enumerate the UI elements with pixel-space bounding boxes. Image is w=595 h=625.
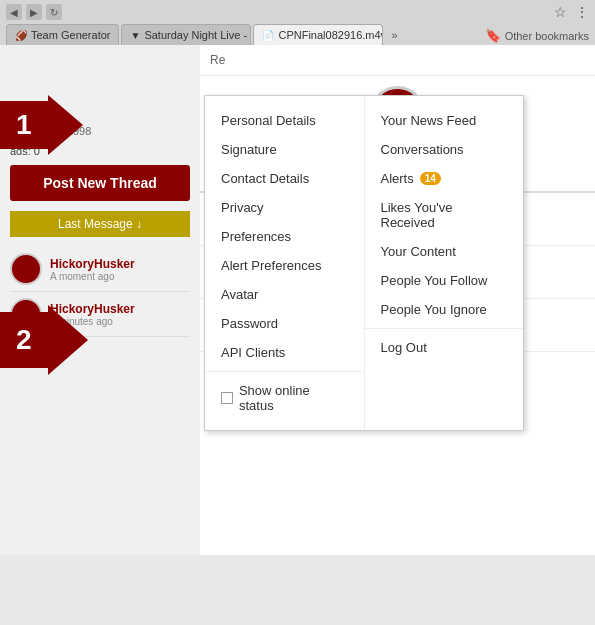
arrow-1-point xyxy=(48,95,83,155)
menu-item-conversations-label: Conversations xyxy=(381,142,464,157)
user-time-1: A moment ago xyxy=(50,271,135,282)
tab-label-3: CPNFinal082916.m4v xyxy=(278,29,383,41)
arrow-2-label: 2 xyxy=(0,312,48,368)
menu-item-password[interactable]: Password xyxy=(205,309,364,338)
menu-item-news-feed[interactable]: Your News Feed xyxy=(365,106,524,135)
show-online-label: Show online status xyxy=(239,383,348,413)
menu-item-signature-label: Signature xyxy=(221,142,277,157)
tab-cpn[interactable]: 📄 CPNFinal082916.m4v xyxy=(253,24,383,45)
menu-item-avatar[interactable]: Avatar xyxy=(205,280,364,309)
tab-saturday-night[interactable]: ▼ Saturday Night Live - xyxy=(121,24,251,45)
menu-item-people-follow-label: People You Follow xyxy=(381,273,488,288)
alerts-badge: 14 xyxy=(420,172,441,185)
browser-refresh-btn[interactable]: ↻ xyxy=(46,4,62,20)
menu-item-alerts-label: Alerts xyxy=(381,171,414,186)
browser-tabs: 🏈 Team Generator ▼ Saturday Night Live -… xyxy=(6,24,589,45)
tab-more-btn[interactable]: » xyxy=(385,25,403,45)
user-name-1[interactable]: HickoryHusker xyxy=(50,257,135,271)
annotation-arrow-1: 1 xyxy=(0,95,83,155)
menu-item-contact-details-label: Contact Details xyxy=(221,171,309,186)
re-header: Re xyxy=(200,45,595,76)
menu-item-show-online[interactable]: Show online status xyxy=(205,376,364,420)
menu-item-personal-details-label: Personal Details xyxy=(221,113,316,128)
menu-item-privacy-label: Privacy xyxy=(221,200,264,215)
menu-item-personal-details[interactable]: Personal Details xyxy=(205,106,364,135)
tab-icon-2: ▼ xyxy=(130,30,140,41)
menu-item-signature[interactable]: Signature xyxy=(205,135,364,164)
user-dropdown-menu: Personal Details Signature Contact Detai… xyxy=(204,95,524,431)
annotation-arrow-2: 2 xyxy=(0,305,88,375)
menu-item-news-feed-label: Your News Feed xyxy=(381,113,477,128)
page-background: 1 HickoryHusker ✉ 💬 14 Personal xyxy=(0,45,595,555)
browser-menu-btn[interactable]: ⋮ xyxy=(575,4,589,20)
menu-item-alert-preferences[interactable]: Alert Preferences xyxy=(205,251,364,280)
menu-item-your-content-label: Your Content xyxy=(381,244,456,259)
menu-item-logout[interactable]: Log Out xyxy=(365,333,524,362)
browser-toolbar: ◀ ▶ ↻ ☆ ⋮ xyxy=(6,4,589,20)
menu-item-api-clients-label: API Clients xyxy=(221,345,285,360)
menu-item-conversations[interactable]: Conversations xyxy=(365,135,524,164)
menu-item-likes-received[interactable]: Likes You've Received xyxy=(365,193,524,237)
user-entry-1: HickoryHusker A moment ago xyxy=(10,247,190,292)
menu-item-your-content[interactable]: Your Content xyxy=(365,237,524,266)
browser-chrome: ◀ ▶ ↻ ☆ ⋮ 🏈 Team Generator ▼ Saturday Ni… xyxy=(0,0,595,45)
menu-item-people-ignore-label: People You Ignore xyxy=(381,302,487,317)
logout-label: Log Out xyxy=(381,340,427,355)
tab-label-2: Saturday Night Live - xyxy=(144,29,247,41)
menu-item-alerts[interactable]: Alerts 14 xyxy=(365,164,524,193)
browser-forward-btn[interactable]: ▶ xyxy=(26,4,42,20)
menu-item-api-clients[interactable]: API Clients xyxy=(205,338,364,367)
menu-item-password-label: Password xyxy=(221,316,278,331)
menu-item-avatar-label: Avatar xyxy=(221,287,258,302)
post-new-thread-button[interactable]: Post New Thread xyxy=(10,165,190,201)
menu-divider xyxy=(205,371,364,372)
bookmarks-area: 🔖 Other bookmarks xyxy=(485,28,589,45)
tab-icon-3: 📄 xyxy=(262,30,274,41)
menu-item-people-ignore[interactable]: People You Ignore xyxy=(365,295,524,324)
bookmarks-label: Other bookmarks xyxy=(505,30,589,42)
menu-item-likes-received-label: Likes You've Received xyxy=(381,200,508,230)
dropdown-left-col: Personal Details Signature Contact Detai… xyxy=(205,96,365,430)
tab-team-generator[interactable]: 🏈 Team Generator xyxy=(6,24,119,45)
dropdown-right-col: Your News Feed Conversations Alerts 14 L… xyxy=(365,96,524,430)
tab-label-1: Team Generator xyxy=(31,29,110,41)
menu-item-people-follow[interactable]: People You Follow xyxy=(365,266,524,295)
tab-icon-1: 🏈 xyxy=(15,30,27,41)
menu-item-privacy[interactable]: Privacy xyxy=(205,193,364,222)
menu-divider-right xyxy=(365,328,524,329)
menu-item-preferences-label: Preferences xyxy=(221,229,291,244)
user-avatar-1 xyxy=(10,253,42,285)
bookmarks-icon: 🔖 xyxy=(485,28,501,43)
page-content: 1 HickoryHusker ✉ 💬 14 Personal xyxy=(0,45,595,555)
menu-item-contact-details[interactable]: Contact Details xyxy=(205,164,364,193)
arrow-1-label: 1 xyxy=(0,101,48,149)
last-message-button[interactable]: Last Message ↓ xyxy=(10,211,190,237)
bookmark-star[interactable]: ☆ xyxy=(554,4,567,20)
browser-back-btn[interactable]: ◀ xyxy=(6,4,22,20)
menu-item-preferences[interactable]: Preferences xyxy=(205,222,364,251)
menu-item-alert-preferences-label: Alert Preferences xyxy=(221,258,321,273)
arrow-2-point xyxy=(48,305,88,375)
user-info-1: HickoryHusker A moment ago xyxy=(50,257,135,282)
show-online-checkbox[interactable] xyxy=(221,392,233,404)
